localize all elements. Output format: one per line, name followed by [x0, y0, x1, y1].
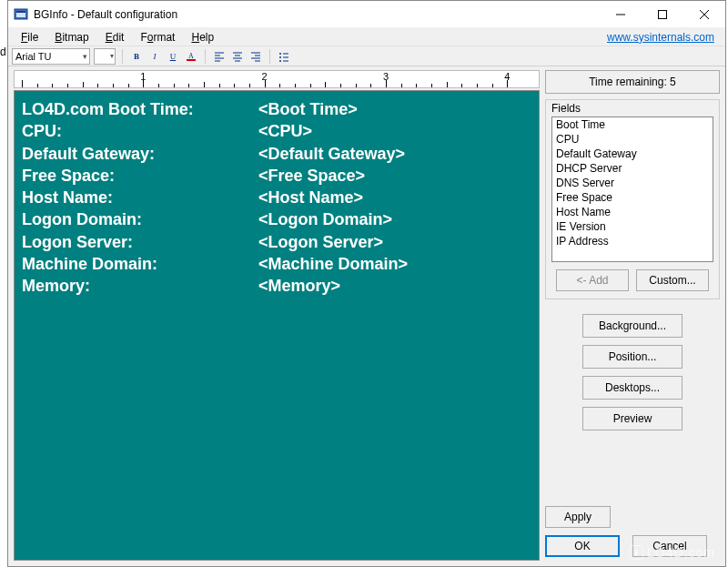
window-title: BGInfo - Default configuration: [34, 8, 177, 21]
content-area: 1234 LO4D.com Boot Time:<Boot Time>CPU:<…: [8, 66, 725, 566]
app-icon: [14, 7, 28, 22]
toolbar-separator: [205, 49, 206, 64]
field-placeholder: <Logon Domain>: [258, 208, 392, 230]
apply-button[interactable]: Apply: [545, 506, 611, 528]
editor-canvas[interactable]: LO4D.com Boot Time:<Boot Time>CPU:<CPU>D…: [14, 90, 540, 561]
background-button[interactable]: Background...: [582, 314, 682, 338]
font-size-combo[interactable]: [94, 48, 116, 65]
app-window: BGInfo - Default configuration File Bitm…: [7, 0, 726, 567]
field-placeholder: <Boot Time>: [258, 98, 358, 120]
close-button[interactable]: [683, 1, 725, 28]
svg-rect-2: [16, 11, 25, 13]
ok-button[interactable]: OK: [545, 535, 620, 557]
field-placeholder: <Machine Domain>: [258, 253, 408, 275]
fields-list-item[interactable]: CPU: [552, 132, 713, 147]
fields-list-item[interactable]: DNS Server: [552, 176, 713, 190]
menu-help[interactable]: Help: [184, 30, 221, 45]
fields-list-item[interactable]: Free Space: [552, 190, 713, 205]
italic-button[interactable]: I: [147, 49, 162, 64]
field-label: Free Space:: [22, 165, 258, 187]
svg-rect-4: [659, 10, 667, 18]
editor-row: Default Gateway:<Default Gateway>: [22, 143, 531, 165]
field-label: Default Gateway:: [22, 143, 258, 165]
fields-list-item[interactable]: IE Version: [552, 219, 713, 234]
preview-button[interactable]: Preview: [582, 407, 682, 430]
field-label: Logon Domain:: [22, 208, 258, 230]
titlebar: BGInfo - Default configuration: [8, 1, 725, 28]
position-button[interactable]: Position...: [582, 345, 682, 369]
editor-row: Host Name:<Host Name>: [22, 187, 531, 208]
menu-file[interactable]: File: [14, 30, 46, 45]
align-left-button[interactable]: [212, 49, 227, 64]
ruler-number: 4: [504, 71, 510, 82]
font-color-button[interactable]: A: [184, 49, 198, 64]
menu-bitmap[interactable]: Bitmap: [47, 30, 96, 45]
minimize-button[interactable]: [600, 1, 642, 28]
add-field-button[interactable]: <- Add: [556, 269, 629, 291]
field-placeholder: <Default Gateway>: [258, 143, 405, 165]
fields-group: Fields Boot TimeCPUDefault GatewayDHCP S…: [545, 99, 720, 299]
menu-edit[interactable]: Edit: [98, 30, 132, 45]
align-right-button[interactable]: [248, 49, 263, 64]
svg-point-21: [279, 53, 281, 55]
field-label: Memory:: [22, 275, 258, 297]
side-panel: Time remaining: 5 Fields Boot TimeCPUDef…: [545, 70, 720, 561]
sysinternals-link[interactable]: www.sysinternals.com: [607, 31, 720, 44]
bullets-button[interactable]: [277, 49, 291, 64]
config-buttons: Background... Position... Desktops... Pr…: [545, 314, 720, 430]
underline-button[interactable]: U: [166, 49, 180, 64]
field-placeholder: <Free Space>: [258, 165, 365, 187]
bold-button[interactable]: B: [129, 49, 144, 64]
time-remaining-display: Time remaining: 5: [545, 70, 720, 94]
format-toolbar: Arial TU B I U A: [8, 46, 725, 66]
ruler-number: 1: [140, 71, 146, 82]
editor-row: Machine Domain:<Machine Domain>: [22, 253, 531, 275]
align-center-button[interactable]: [230, 49, 245, 64]
field-label: LO4D.com Boot Time:: [22, 98, 258, 120]
field-placeholder: <Logon Server>: [258, 231, 383, 253]
field-label: CPU:: [22, 120, 258, 142]
background-text-fragment: d: [0, 46, 6, 58]
field-label: Logon Server:: [22, 231, 258, 253]
menu-format[interactable]: Format: [133, 30, 182, 45]
fields-list-item[interactable]: Boot Time: [552, 117, 713, 132]
field-label: Machine Domain:: [22, 253, 258, 275]
editor-row: Free Space:<Free Space>: [22, 165, 531, 187]
ruler[interactable]: 1234: [14, 70, 540, 88]
fields-list-item[interactable]: IP Address: [552, 234, 713, 248]
fields-list-item[interactable]: Host Name: [552, 205, 713, 219]
toolbar-separator: [269, 49, 270, 64]
fields-label: Fields: [551, 100, 713, 116]
field-placeholder: <Memory>: [258, 275, 340, 297]
editor-row: Logon Server:<Logon Server>: [22, 231, 531, 253]
desktops-button[interactable]: Desktops...: [582, 376, 682, 400]
ruler-number: 2: [262, 71, 268, 82]
fields-listbox[interactable]: Boot TimeCPUDefault GatewayDHCP ServerDN…: [551, 116, 713, 262]
maximize-button[interactable]: [642, 1, 683, 28]
editor-row: LO4D.com Boot Time:<Boot Time>: [22, 98, 531, 120]
cancel-button[interactable]: Cancel: [632, 535, 707, 557]
editor-row: Memory:<Memory>: [22, 275, 531, 297]
editor-column: 1234 LO4D.com Boot Time:<Boot Time>CPU:<…: [14, 70, 540, 561]
svg-point-23: [279, 56, 281, 58]
field-label: Host Name:: [22, 187, 258, 208]
editor-row: Logon Domain:<Logon Domain>: [22, 208, 531, 230]
field-placeholder: <Host Name>: [258, 187, 363, 208]
menubar: File Bitmap Edit Format Help www.sysinte…: [8, 28, 725, 46]
editor-row: CPU:<CPU>: [22, 120, 531, 142]
svg-point-25: [279, 60, 281, 62]
ruler-number: 3: [383, 71, 389, 82]
svg-text:A: A: [188, 52, 194, 60]
fields-list-item[interactable]: DHCP Server: [552, 161, 713, 176]
dialog-buttons: Apply: [545, 497, 720, 530]
toolbar-separator: [122, 49, 123, 64]
custom-field-button[interactable]: Custom...: [636, 269, 709, 291]
font-name-combo[interactable]: Arial TU: [12, 48, 90, 65]
field-placeholder: <CPU>: [258, 120, 312, 142]
fields-list-item[interactable]: Default Gateway: [552, 147, 713, 161]
